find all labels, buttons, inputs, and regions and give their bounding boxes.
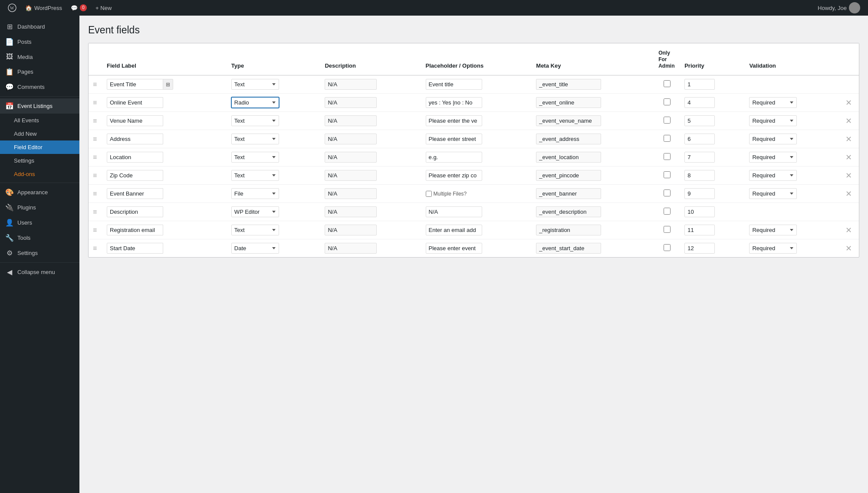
admin-only-checkbox[interactable] xyxy=(664,244,671,251)
delete-button[interactable]: ✕ xyxy=(843,189,855,199)
description-input[interactable] xyxy=(325,170,377,181)
type-select[interactable]: TextRadioFileWP EditorDateSelectCheckbox… xyxy=(231,243,279,254)
description-input[interactable] xyxy=(325,243,377,254)
description-input[interactable] xyxy=(325,115,377,126)
meta-key-input[interactable] xyxy=(536,243,601,254)
sidebar-item-field-editor[interactable]: Field Editor xyxy=(0,140,79,154)
placeholder-input[interactable] xyxy=(426,97,482,108)
type-select[interactable]: TextRadioFileWP EditorDateSelectCheckbox… xyxy=(231,115,279,126)
sidebar-item-add-ons[interactable]: Add-ons xyxy=(0,167,79,181)
drag-handle[interactable]: ≡ xyxy=(89,221,102,239)
placeholder-input[interactable] xyxy=(426,170,482,181)
description-input[interactable] xyxy=(325,134,377,144)
sidebar-item-settings-sub[interactable]: Settings xyxy=(0,154,79,167)
delete-button[interactable]: ✕ xyxy=(843,153,855,162)
field-label-input[interactable] xyxy=(107,97,163,108)
placeholder-input[interactable] xyxy=(426,206,482,217)
priority-input[interactable] xyxy=(684,206,715,217)
field-label-input[interactable] xyxy=(107,188,163,199)
sidebar-item-add-new[interactable]: Add New xyxy=(0,127,79,140)
validation-select[interactable]: RequiredOptionalEmailNumber xyxy=(749,225,797,235)
placeholder-input[interactable] xyxy=(426,152,482,163)
sidebar-item-tools[interactable]: 🔧 Tools xyxy=(0,230,79,245)
description-input[interactable] xyxy=(325,188,377,199)
description-input[interactable] xyxy=(325,97,377,108)
delete-button[interactable]: ✕ xyxy=(843,134,855,144)
meta-key-input[interactable] xyxy=(536,115,601,126)
meta-key-input[interactable] xyxy=(536,152,601,163)
priority-input[interactable] xyxy=(684,134,715,144)
wp-logo-item[interactable]: W xyxy=(3,0,21,16)
drag-handle[interactable]: ≡ xyxy=(89,185,102,203)
admin-only-checkbox[interactable] xyxy=(664,171,671,178)
type-select[interactable]: TextRadioFileWP EditorDateSelectCheckbox… xyxy=(231,225,279,235)
admin-only-checkbox[interactable] xyxy=(664,117,671,124)
type-select[interactable]: TextRadioFileWP EditorDateSelectCheckbox… xyxy=(231,170,279,181)
admin-only-checkbox[interactable] xyxy=(664,135,671,142)
drag-handle[interactable]: ≡ xyxy=(89,130,102,148)
meta-key-input[interactable] xyxy=(536,225,601,235)
field-label-input[interactable] xyxy=(107,115,163,126)
placeholder-input[interactable] xyxy=(426,115,482,126)
multiple-files-checkbox[interactable] xyxy=(426,191,432,197)
drag-handle[interactable]: ≡ xyxy=(89,148,102,167)
field-label-input[interactable] xyxy=(107,152,163,163)
sidebar-item-media[interactable]: 🖼 Media xyxy=(0,49,79,64)
placeholder-input[interactable] xyxy=(426,134,482,144)
delete-button[interactable]: ✕ xyxy=(843,171,855,180)
priority-input[interactable] xyxy=(684,79,715,90)
site-name-item[interactable]: 🏠 WordPress xyxy=(21,0,66,16)
placeholder-input[interactable] xyxy=(426,243,482,254)
priority-input[interactable] xyxy=(684,97,715,108)
delete-button[interactable]: ✕ xyxy=(843,116,855,126)
drag-handle[interactable]: ≡ xyxy=(89,167,102,185)
sidebar-item-collapse[interactable]: ◀ Collapse menu xyxy=(0,264,79,280)
type-select[interactable]: TextRadioFileWP EditorDateSelectCheckbox… xyxy=(231,79,279,90)
type-select[interactable]: TextRadioFileWP EditorDateSelectCheckbox… xyxy=(231,152,279,163)
field-label-input[interactable] xyxy=(107,243,163,254)
field-label-input[interactable] xyxy=(107,225,163,235)
priority-input[interactable] xyxy=(684,152,715,163)
placeholder-input[interactable] xyxy=(426,225,482,235)
delete-button[interactable]: ✕ xyxy=(843,244,855,253)
validation-select[interactable]: RequiredOptionalEmailNumber xyxy=(749,97,797,108)
field-label-input[interactable] xyxy=(107,134,163,144)
admin-only-checkbox[interactable] xyxy=(664,80,671,87)
meta-key-input[interactable] xyxy=(536,79,601,90)
priority-input[interactable] xyxy=(684,225,715,235)
sidebar-item-all-events[interactable]: All Events xyxy=(0,114,79,127)
validation-select[interactable]: RequiredOptionalEmailNumber xyxy=(749,243,797,254)
sidebar-item-dashboard[interactable]: ⊞ Dashboard xyxy=(0,19,79,34)
validation-select[interactable]: RequiredOptionalEmailNumber xyxy=(749,115,797,126)
drag-handle[interactable]: ≡ xyxy=(89,94,102,112)
validation-select[interactable]: RequiredOptionalEmailNumber xyxy=(749,134,797,144)
priority-input[interactable] xyxy=(684,170,715,181)
field-label-input[interactable] xyxy=(107,170,163,181)
meta-key-input[interactable] xyxy=(536,134,601,144)
new-item[interactable]: + New xyxy=(91,0,116,16)
description-input[interactable] xyxy=(325,206,377,217)
delete-button[interactable]: ✕ xyxy=(843,98,855,108)
howdy-item[interactable]: Howdy, Joe xyxy=(813,2,865,13)
field-label-input[interactable] xyxy=(107,206,163,217)
sidebar-item-settings-main[interactable]: ⚙ Settings xyxy=(0,245,79,261)
meta-key-input[interactable] xyxy=(536,97,601,108)
placeholder-input[interactable] xyxy=(426,79,482,90)
admin-only-checkbox[interactable] xyxy=(664,98,671,105)
drag-handle[interactable]: ≡ xyxy=(89,75,102,94)
meta-key-input[interactable] xyxy=(536,206,601,217)
description-input[interactable] xyxy=(325,79,377,90)
priority-input[interactable] xyxy=(684,243,715,254)
admin-only-checkbox[interactable] xyxy=(664,208,671,215)
sidebar-item-plugins[interactable]: 🔌 Plugins xyxy=(0,200,79,215)
type-select[interactable]: TextRadioFileWP EditorDateSelectCheckbox… xyxy=(231,134,279,144)
sidebar-item-users[interactable]: 👤 Users xyxy=(0,215,79,230)
field-label-input[interactable] xyxy=(107,79,163,90)
meta-key-input[interactable] xyxy=(536,188,601,199)
drag-handle[interactable]: ≡ xyxy=(89,203,102,221)
drag-handle[interactable]: ≡ xyxy=(89,112,102,130)
priority-input[interactable] xyxy=(684,115,715,126)
admin-only-checkbox[interactable] xyxy=(664,226,671,233)
priority-input[interactable] xyxy=(684,188,715,199)
type-select[interactable]: TextRadioFileWP EditorDateSelectCheckbox… xyxy=(231,97,279,108)
